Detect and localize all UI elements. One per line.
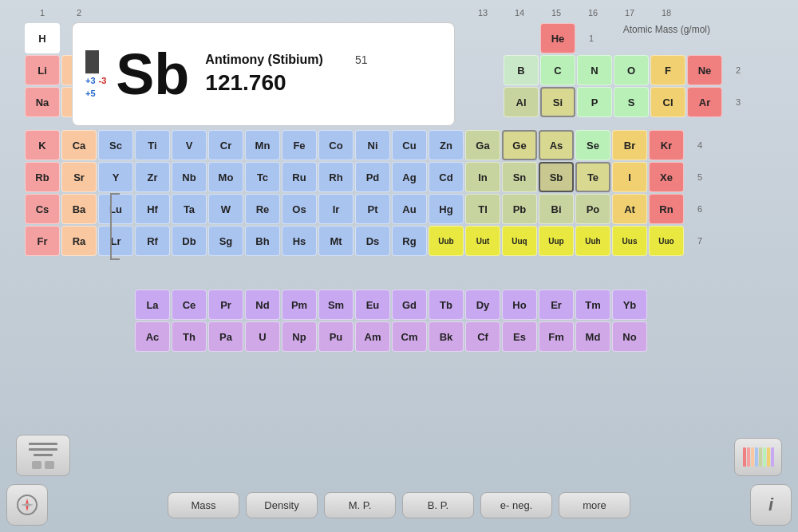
element-Uuo[interactable]: Uuo bbox=[649, 226, 684, 256]
element-Si[interactable]: Si bbox=[540, 87, 575, 117]
element-Ta[interactable]: Ta bbox=[172, 194, 207, 224]
element-Po[interactable]: Po bbox=[575, 194, 610, 224]
element-Er[interactable]: Er bbox=[539, 290, 574, 320]
element-Cu[interactable]: Cu bbox=[392, 130, 427, 160]
element-U[interactable]: U bbox=[245, 321, 280, 352]
element-Ds[interactable]: Ds bbox=[355, 226, 390, 256]
element-Pb[interactable]: Pb bbox=[502, 194, 537, 224]
element-Sc[interactable]: Sc bbox=[98, 130, 133, 160]
element-W[interactable]: W bbox=[208, 194, 243, 224]
element-Tl[interactable]: Tl bbox=[465, 194, 500, 224]
element-Ca[interactable]: Ca bbox=[61, 130, 97, 160]
element-Fr[interactable]: Fr bbox=[25, 226, 60, 256]
element-Cr[interactable]: Cr bbox=[208, 130, 243, 160]
element-At[interactable]: At bbox=[612, 194, 647, 224]
element-Na[interactable]: Na bbox=[25, 87, 60, 117]
element-I[interactable]: I bbox=[612, 162, 647, 192]
element-V[interactable]: V bbox=[172, 130, 207, 160]
element-Hg[interactable]: Hg bbox=[429, 194, 464, 224]
element-Bk[interactable]: Bk bbox=[429, 321, 464, 352]
element-Pd[interactable]: Pd bbox=[355, 162, 390, 192]
element-Pr[interactable]: Pr bbox=[208, 290, 243, 320]
element-Pm[interactable]: Pm bbox=[282, 290, 317, 320]
element-Cd[interactable]: Cd bbox=[429, 162, 464, 192]
element-Ag[interactable]: Ag bbox=[392, 162, 427, 192]
element-Ac[interactable]: Ac bbox=[135, 321, 170, 352]
element-Rb[interactable]: Rb bbox=[25, 162, 60, 192]
density-button[interactable]: Density bbox=[246, 492, 318, 518]
element-Zn[interactable]: Zn bbox=[429, 130, 464, 160]
element-Xe[interactable]: Xe bbox=[649, 162, 684, 192]
element-Rf[interactable]: Rf bbox=[135, 226, 170, 256]
element-La[interactable]: La bbox=[135, 290, 170, 320]
element-Se[interactable]: Se bbox=[575, 130, 610, 160]
element-Br[interactable]: Br bbox=[612, 130, 647, 160]
element-Ra[interactable]: Ra bbox=[61, 226, 97, 256]
element-Al[interactable]: Al bbox=[504, 87, 539, 117]
element-Ge[interactable]: Ge bbox=[502, 130, 537, 160]
element-Ar[interactable]: Ar bbox=[687, 87, 722, 117]
element-Uub[interactable]: Uub bbox=[429, 226, 464, 256]
element-Rh[interactable]: Rh bbox=[318, 162, 354, 192]
element-Ru[interactable]: Ru bbox=[282, 162, 317, 192]
eneg-button[interactable]: e- neg. bbox=[480, 492, 552, 518]
bp-button[interactable]: B. P. bbox=[402, 492, 474, 518]
element-Y[interactable]: Y bbox=[98, 162, 133, 192]
element-Mo[interactable]: Mo bbox=[208, 162, 243, 192]
element-O[interactable]: O bbox=[614, 55, 649, 85]
element-Sg[interactable]: Sg bbox=[208, 226, 243, 256]
element-P[interactable]: P bbox=[577, 87, 612, 117]
element-In[interactable]: In bbox=[465, 162, 500, 192]
element-Uup[interactable]: Uup bbox=[539, 226, 574, 256]
element-S[interactable]: S bbox=[614, 87, 649, 117]
element-N[interactable]: N bbox=[577, 55, 612, 85]
element-Uut[interactable]: Uut bbox=[465, 226, 500, 256]
more-button[interactable]: more bbox=[559, 492, 630, 518]
element-Bh[interactable]: Bh bbox=[245, 226, 280, 256]
element-Uus[interactable]: Uus bbox=[612, 226, 647, 256]
element-Th[interactable]: Th bbox=[172, 321, 207, 352]
element-Ho[interactable]: Ho bbox=[502, 290, 537, 320]
element-As[interactable]: As bbox=[539, 130, 574, 160]
element-Ga[interactable]: Ga bbox=[465, 130, 500, 160]
mp-button[interactable]: M. P. bbox=[324, 492, 396, 518]
element-Cm[interactable]: Cm bbox=[392, 321, 427, 352]
element-Ba[interactable]: Ba bbox=[61, 194, 97, 224]
element-Zr[interactable]: Zr bbox=[135, 162, 170, 192]
element-Cf[interactable]: Cf bbox=[465, 321, 500, 352]
element-Au[interactable]: Au bbox=[392, 194, 427, 224]
element-K[interactable]: K bbox=[25, 130, 60, 160]
element-B[interactable]: B bbox=[504, 55, 539, 85]
element-Ni[interactable]: Ni bbox=[355, 130, 390, 160]
element-Re[interactable]: Re bbox=[245, 194, 280, 224]
element-Sb[interactable]: Sb bbox=[539, 162, 574, 192]
legend-panel[interactable] bbox=[734, 438, 782, 476]
element-Co[interactable]: Co bbox=[318, 130, 354, 160]
element-Sr[interactable]: Sr bbox=[61, 162, 97, 192]
element-Eu[interactable]: Eu bbox=[355, 290, 390, 320]
element-Pa[interactable]: Pa bbox=[208, 321, 243, 352]
element-Db[interactable]: Db bbox=[172, 226, 207, 256]
element-No[interactable]: No bbox=[612, 321, 647, 352]
element-Md[interactable]: Md bbox=[575, 321, 610, 352]
element-Nb[interactable]: Nb bbox=[172, 162, 207, 192]
element-Sm[interactable]: Sm bbox=[318, 290, 354, 320]
element-Cs[interactable]: Cs bbox=[25, 194, 60, 224]
element-Mt[interactable]: Mt bbox=[318, 226, 354, 256]
element-Rn[interactable]: Rn bbox=[649, 194, 684, 224]
element-Hf[interactable]: Hf bbox=[135, 194, 170, 224]
element-Bi[interactable]: Bi bbox=[539, 194, 574, 224]
element-Nd[interactable]: Nd bbox=[245, 290, 280, 320]
element-Ir[interactable]: Ir bbox=[318, 194, 354, 224]
element-Uuh[interactable]: Uuh bbox=[575, 226, 610, 256]
element-Ne[interactable]: Ne bbox=[687, 55, 722, 85]
element-Gd[interactable]: Gd bbox=[392, 290, 427, 320]
notes-panel[interactable] bbox=[16, 435, 70, 476]
element-Np[interactable]: Np bbox=[282, 321, 317, 352]
element-Kr[interactable]: Kr bbox=[649, 130, 684, 160]
element-Tm[interactable]: Tm bbox=[575, 290, 610, 320]
element-C[interactable]: C bbox=[540, 55, 575, 85]
reset-button[interactable] bbox=[6, 484, 48, 526]
element-Pt[interactable]: Pt bbox=[355, 194, 390, 224]
element-Te[interactable]: Te bbox=[575, 162, 610, 192]
